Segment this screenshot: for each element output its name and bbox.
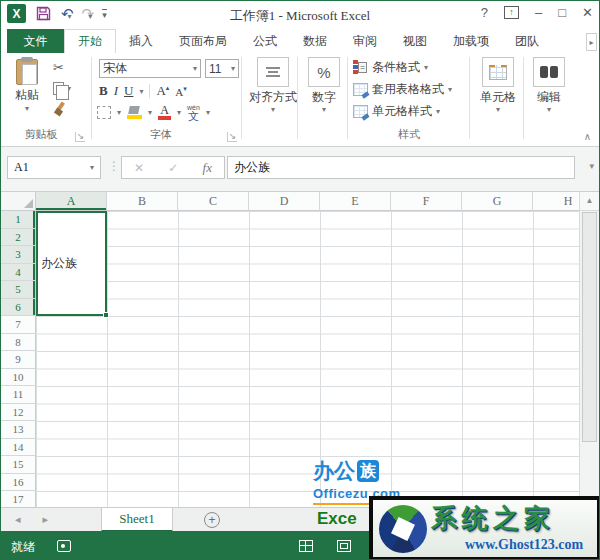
maximize-icon[interactable]: □ bbox=[558, 5, 566, 20]
selected-merged-cell-a1[interactable]: 办公族 bbox=[36, 211, 107, 316]
ribbon-display-options-icon[interactable]: ↑ bbox=[504, 6, 519, 19]
borders-icon[interactable] bbox=[97, 106, 111, 119]
row-header-13[interactable]: 13 bbox=[1, 421, 36, 439]
column-header-f[interactable]: F bbox=[391, 192, 462, 211]
phonetic-dropdown-icon[interactable]: ▾ bbox=[206, 108, 210, 117]
editing-dropdown-icon: ▾ bbox=[547, 105, 551, 114]
format-painter-icon[interactable] bbox=[53, 102, 67, 116]
font-color-icon[interactable]: A bbox=[158, 105, 171, 120]
column-header-g[interactable]: G bbox=[462, 192, 533, 211]
row-header-17[interactable]: 17 bbox=[1, 491, 36, 508]
cells-area[interactable]: 办公族 bbox=[36, 211, 579, 508]
help-icon[interactable]: ? bbox=[481, 5, 488, 20]
fill-color-dropdown-icon[interactable]: ▾ bbox=[148, 108, 152, 117]
fill-color-icon[interactable] bbox=[127, 106, 142, 119]
tab-team[interactable]: 团队 bbox=[502, 29, 552, 53]
fill-handle[interactable] bbox=[103, 312, 109, 318]
column-header-c[interactable]: C bbox=[178, 192, 249, 211]
vertical-scrollbar[interactable]: ▲ bbox=[579, 192, 599, 508]
format-as-table-button[interactable]: 套用表格格式 ▾ bbox=[353, 80, 452, 98]
confirm-entry-icon[interactable]: ✓ bbox=[168, 161, 178, 175]
row-header-9[interactable]: 9 bbox=[1, 351, 36, 369]
column-header-b[interactable]: B bbox=[107, 192, 178, 211]
column-header-a[interactable]: A bbox=[36, 192, 107, 211]
underline-dropdown-icon[interactable]: ▾ bbox=[139, 87, 143, 96]
formula-input[interactable]: 办公族 bbox=[227, 156, 575, 179]
row-header-16[interactable]: 16 bbox=[1, 474, 36, 492]
decrease-font-button[interactable]: A▾ bbox=[175, 85, 186, 98]
font-dialog-launcher-icon[interactable]: ↘ bbox=[227, 132, 237, 142]
row-header-15[interactable]: 15 bbox=[1, 456, 36, 474]
bold-button[interactable]: B bbox=[99, 83, 108, 99]
name-box-dropdown-icon[interactable]: ▾ bbox=[84, 163, 100, 172]
row-header-10[interactable]: 10 bbox=[1, 369, 36, 387]
font-size-combo[interactable]: 11 ▾ bbox=[205, 59, 239, 78]
cells-group-button[interactable]: 单元格 ▾ bbox=[475, 57, 521, 114]
name-box[interactable]: A1 ▾ bbox=[7, 156, 101, 179]
row-header-11[interactable]: 11 bbox=[1, 386, 36, 404]
copy-icon[interactable] bbox=[53, 82, 64, 95]
font-color-dropdown-icon[interactable]: ▾ bbox=[177, 108, 181, 117]
phonetic-guide-icon[interactable]: wén文 bbox=[187, 103, 200, 121]
number-group-button[interactable]: % 数字 ▾ bbox=[303, 57, 345, 114]
tab-addins[interactable]: 加载项 bbox=[440, 29, 502, 53]
tab-page-layout[interactable]: 页面布局 bbox=[166, 29, 240, 53]
cut-icon[interactable]: ✂ bbox=[53, 60, 64, 75]
paste-clipboard-icon bbox=[16, 59, 38, 85]
tab-insert[interactable]: 插入 bbox=[116, 29, 166, 53]
macro-record-icon[interactable] bbox=[57, 540, 71, 552]
row-header-5[interactable]: 5 bbox=[1, 281, 36, 299]
more-tabs-icon[interactable]: ▸ bbox=[586, 33, 597, 51]
select-all-button[interactable] bbox=[1, 192, 36, 211]
column-header-d[interactable]: D bbox=[249, 192, 320, 211]
font-name-dropdown-icon[interactable]: ▾ bbox=[193, 64, 197, 73]
paste-button[interactable]: 粘贴 ▾ bbox=[9, 59, 45, 113]
close-icon[interactable]: ✕ bbox=[582, 5, 593, 20]
expand-formula-bar-icon[interactable]: ▾ bbox=[589, 161, 594, 171]
column-header-e[interactable]: E bbox=[320, 192, 391, 211]
conditional-formatting-button[interactable]: = 条件格式 ▾ bbox=[353, 58, 428, 76]
row-header-12[interactable]: 12 bbox=[1, 404, 36, 422]
sheet-nav-left-icon[interactable]: ◂ bbox=[15, 513, 21, 526]
page-layout-view-icon[interactable] bbox=[337, 540, 351, 552]
sheet-nav-right-icon[interactable]: ▸ bbox=[43, 513, 49, 526]
paste-dropdown-icon[interactable]: ▾ bbox=[9, 104, 45, 113]
normal-view-icon[interactable] bbox=[299, 540, 313, 552]
row-header-3[interactable]: 3 bbox=[1, 246, 36, 264]
italic-button[interactable]: I bbox=[114, 83, 118, 99]
new-sheet-icon[interactable]: + bbox=[204, 512, 220, 528]
tab-data[interactable]: 数据 bbox=[290, 29, 340, 53]
format-as-table-icon bbox=[353, 83, 368, 96]
number-label: 数字 bbox=[312, 90, 336, 105]
tab-file[interactable]: 文件 bbox=[7, 29, 64, 53]
font-name-combo[interactable]: 宋体 ▾ bbox=[99, 59, 201, 78]
clipboard-dialog-launcher-icon[interactable]: ↘ bbox=[75, 132, 85, 142]
row-header-7[interactable]: 7 bbox=[1, 316, 36, 334]
increase-font-button[interactable]: A▴ bbox=[156, 83, 169, 99]
cancel-entry-icon[interactable]: ✕ bbox=[134, 161, 144, 175]
insert-function-icon[interactable]: fx bbox=[203, 160, 212, 176]
row-header-2[interactable]: 2 bbox=[1, 229, 36, 247]
tab-review[interactable]: 审阅 bbox=[340, 29, 390, 53]
scroll-up-icon[interactable]: ▲ bbox=[580, 192, 599, 211]
row-header-1[interactable]: 1 bbox=[1, 211, 36, 229]
row-header-8[interactable]: 8 bbox=[1, 334, 36, 352]
row-header-14[interactable]: 14 bbox=[1, 439, 36, 457]
sheet-tab-sheet1[interactable]: Sheet1 bbox=[101, 508, 173, 532]
underline-button[interactable]: U bbox=[124, 83, 133, 99]
minimize-icon[interactable]: – bbox=[535, 5, 542, 20]
scrollbar-thumb[interactable] bbox=[582, 212, 597, 442]
borders-dropdown-icon[interactable]: ▾ bbox=[117, 108, 121, 117]
collapse-ribbon-icon[interactable]: ∧ bbox=[584, 131, 591, 142]
tab-view[interactable]: 视图 bbox=[390, 29, 440, 53]
tab-home[interactable]: 开始 bbox=[64, 29, 116, 53]
tab-formulas[interactable]: 公式 bbox=[240, 29, 290, 53]
formula-bar-resizer-icon[interactable]: ⋮ bbox=[108, 159, 120, 173]
row-header-4[interactable]: 4 bbox=[1, 264, 36, 282]
alignment-group-button[interactable]: 对齐方式 ▾ bbox=[249, 57, 297, 114]
row-header-6[interactable]: 6 bbox=[1, 299, 36, 317]
column-header-h[interactable]: H bbox=[533, 192, 579, 211]
editing-group-button[interactable]: 编辑 ▾ bbox=[529, 57, 569, 114]
font-size-dropdown-icon[interactable]: ▾ bbox=[231, 64, 235, 73]
cell-styles-button[interactable]: 单元格样式 ▾ bbox=[353, 102, 440, 120]
